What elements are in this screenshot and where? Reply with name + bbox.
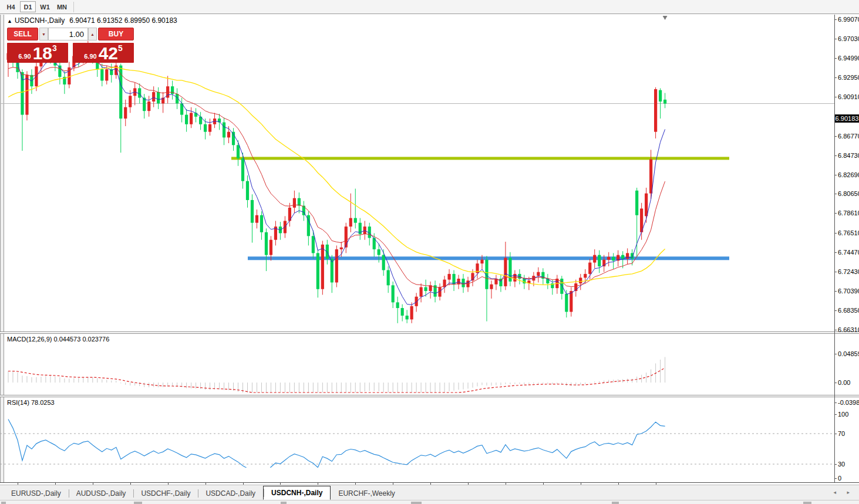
chart-title: ▲USDCNH-,Daily6.90471 6.91352 6.89950 6.… [7,16,177,25]
price-axis-label: 6.74470 [838,249,859,256]
candle-body [316,253,319,289]
candle-body [584,274,587,278]
sell-price-tile[interactable]: 6.90 18 3 [7,43,68,63]
candle-body [312,236,315,253]
candle-body [223,123,225,138]
candle-body [415,297,418,306]
candle-body [152,92,155,102]
rsi-axis-label: 30 [838,461,845,468]
timeframe-button-w1[interactable]: W1 [37,1,53,12]
candle-body [513,274,516,282]
candle-body [396,302,399,308]
candle-body [25,75,28,115]
candle-body [635,191,638,215]
volume-increase-button[interactable]: ▲ [88,28,97,40]
tab-scroll-arrows[interactable]: ◂ ▸ [833,489,854,495]
timeframe-toolbar: H4D1W1MN [0,0,859,14]
candle-body [100,69,103,80]
price-axis-label: 6.94990 [838,55,859,62]
candle-body [579,278,582,283]
chart-tab-usdchfdaily[interactable]: USDCHF-,Daily [133,487,198,500]
candle-body [208,124,211,132]
timeframe-button-h4[interactable]: H4 [3,1,19,12]
price-axis-label: 6.66310 [838,326,859,333]
candle-body [663,100,666,104]
candle-body [354,218,357,223]
candle-body [265,232,268,255]
candle-body [598,255,601,266]
chart-tab-usdcnhdaily[interactable]: USDCNH-,Daily [263,486,331,500]
rsi-axis-label: 0 [838,475,841,482]
price-axis-label: 6.86770 [838,133,859,140]
candle-body [523,279,525,283]
candle-body [654,89,657,132]
volume-decrease-button[interactable]: ▼ [39,28,48,40]
rsi-indicator-label: RSI(14) 78.0253 [7,399,55,406]
chart-tab-eurusddaily[interactable]: EURUSD-,Daily [4,487,69,500]
bottom-cutoff-strip [0,500,859,504]
timeframe-button-d1[interactable]: D1 [20,1,36,12]
uptick-icon: ▲ [7,18,12,24]
candle-body [570,291,572,312]
candle-body [340,248,343,249]
chart-tab-usdcaddaily[interactable]: USDCAD-,Daily [198,487,263,500]
chart-symbol-label: USDCNH-,Daily [15,16,65,25]
candle-body [237,145,240,158]
candle-body [588,263,591,274]
chart-tab-audusddaily[interactable]: AUDUSD-,Daily [69,487,134,500]
buy-price-main: 42 [99,45,118,62]
candle-body [420,287,423,296]
buy-price-tile[interactable]: 6.90 42 5 [73,43,134,63]
candle-body [204,124,207,132]
price-axis-label: 6.78610 [838,209,859,217]
mt4-terminal-window: H4D1W1MN ▲USDCNH-,Daily6.90471 6.91352 6… [0,0,859,504]
candle-body [21,72,23,115]
macd-axis-label: -0.039856 [838,399,859,406]
chart-tab-eurchfweekly[interactable]: EURCHF-,Weekly [331,487,402,500]
candle-body [406,316,409,319]
candle-body [345,226,348,248]
candle-body [401,308,404,316]
last-bar-marker-icon [663,16,668,20]
buy-button[interactable]: BUY [98,28,134,40]
chart-window: ▲USDCNH-,Daily6.90471 6.91352 6.89950 6.… [0,15,859,504]
candle-body [480,260,483,263]
candle-body [124,107,127,119]
toolbar-divider [73,2,74,12]
candle-body [565,294,568,312]
price-axis-label: 6.82690 [838,171,859,178]
price-axis-label: 6.68350 [838,307,859,314]
sell-button[interactable]: SELL [7,28,38,40]
candle-body [335,249,338,283]
candle-body [138,88,141,97]
candle-body [185,115,188,124]
candle-body [612,257,615,261]
macd-indicator-canvas[interactable] [0,334,834,395]
candle-body [241,158,244,181]
one-click-trade-panel: SELL ▼ 1.00 ▲ BUY 6.90 18 3 6.90 42 5 [7,28,134,63]
timeframe-button-mn[interactable]: MN [54,1,70,12]
price-axis-label: 6.72430 [838,268,859,275]
candle-body [251,200,254,223]
buy-price-prefix: 6.90 [84,53,96,60]
candle-body [293,198,296,208]
candle-body [270,240,272,255]
candle-body [392,285,395,302]
candle-body [298,198,301,206]
candle-body [593,255,596,263]
macd-indicator-label: MACD(12,26,9) 0.044573 0.023776 [7,336,109,343]
candle-body [645,194,648,217]
price-axis-label: 6.76510 [838,229,859,236]
candle-body [129,96,132,107]
price-axis-label: 6.90910 [838,93,859,100]
candle-body [255,215,258,223]
candle-body [190,113,193,124]
candle-body [382,255,385,270]
current-price-tag: 6.90183 [835,114,859,123]
candle-body [447,274,450,280]
candle-body [119,66,122,119]
rsi-indicator-canvas[interactable] [0,397,834,468]
volume-input[interactable]: 1.00 [48,28,88,40]
candle-body [537,272,540,276]
price-axis-label: 6.99070 [838,16,859,23]
